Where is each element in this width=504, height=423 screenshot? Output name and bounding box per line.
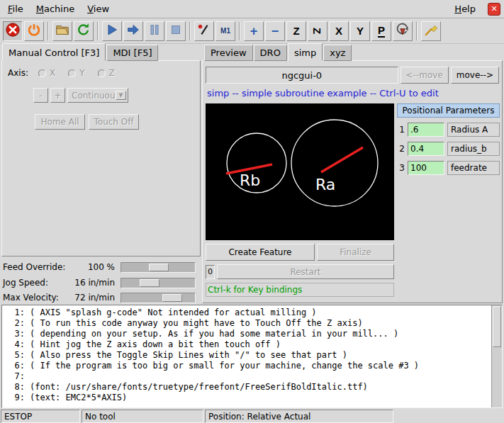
perspective-view-button[interactable]: P — [371, 21, 391, 41]
open-file-button[interactable] — [52, 21, 72, 41]
step-icon — [125, 22, 141, 40]
estop-button[interactable] — [3, 21, 23, 41]
power-icon — [26, 22, 42, 40]
toggle-optional-pause-button[interactable]: M1 — [215, 21, 235, 41]
jog-row: - + Continuous ▼ — [2, 78, 200, 103]
tab-xyz[interactable]: xyz — [323, 45, 352, 61]
toolbar-separator — [416, 22, 418, 40]
zoom-in-button[interactable]: + — [244, 21, 264, 41]
axis-window: File Machine View Help ✕ — [0, 0, 504, 423]
slider-handle[interactable] — [149, 264, 169, 271]
move-left-button[interactable]: <--move — [401, 67, 449, 84]
tab-dro[interactable]: DRO — [254, 45, 287, 61]
gcode-listing[interactable]: 1:( AXIS "splash g-code" Not intended fo… — [1, 305, 503, 408]
jog-minus-button[interactable]: - — [33, 88, 48, 103]
toolbar: M1 + − Z Z X Y P — [0, 18, 504, 44]
feature-buttons-row: Create Feature Finalize — [206, 244, 394, 261]
axis-radio-z[interactable]: Z — [98, 68, 115, 78]
perspective-view-icon: P — [378, 25, 385, 38]
parameter-name: feedrate — [447, 161, 500, 175]
control-panel: Manual Control [F3] MDI [F5] Axis: X Y — [0, 44, 202, 303]
optional-pause-icon: M1 — [220, 27, 230, 35]
touch-off-button[interactable]: Touch Off — [89, 114, 139, 130]
tab-preview[interactable]: Preview — [204, 45, 253, 61]
radio-icon — [68, 69, 76, 77]
feedrate-field[interactable]: 100 — [408, 161, 444, 175]
restart-button[interactable]: Restart — [217, 264, 394, 279]
slider-handle[interactable] — [162, 294, 182, 302]
axis-select-row: Axis: X Y Z — [2, 61, 200, 78]
broom-icon — [423, 22, 439, 40]
menubar: File Machine View Help ✕ — [0, 0, 504, 18]
feed-override-slider[interactable] — [121, 262, 196, 273]
radius-a-field[interactable]: .6 — [408, 123, 444, 137]
side-view-button[interactable]: Y — [350, 21, 370, 41]
max-velocity-value: 72 in/min — [74, 293, 115, 303]
menu-view[interactable]: View — [81, 1, 116, 17]
step-button[interactable] — [123, 21, 143, 41]
zoom-in-icon: + — [250, 25, 258, 38]
jog-speed-slider[interactable] — [121, 278, 196, 288]
radio-icon — [38, 69, 46, 77]
gcode-line: 1:( AXIS "splash g-code" Not intended fo… — [4, 308, 490, 318]
gcode-line: 5:( Also press the Toggle Skip Lines wit… — [4, 350, 490, 361]
menu-file[interactable]: File — [1, 1, 30, 17]
axis-radio-x-label: X — [50, 68, 55, 78]
jog-mode-select[interactable]: Continuous ▼ — [67, 88, 128, 103]
radius-b-field[interactable]: 0.4 — [408, 142, 444, 156]
axis-radio-y[interactable]: Y — [68, 68, 84, 78]
stop-button[interactable] — [166, 21, 186, 41]
gcode-line: 2:( To run this code anyway you might ha… — [4, 318, 490, 329]
slider-handle[interactable] — [140, 279, 159, 287]
side-view-icon: Y — [357, 26, 364, 36]
top-view-button[interactable]: Z — [286, 21, 306, 41]
move-right-button[interactable]: move--> — [451, 67, 499, 84]
statusbar-filler — [395, 410, 503, 423]
preview-drawing: Rb Ra — [206, 103, 394, 240]
parameter-name: radius_b — [447, 142, 500, 156]
main-area: Manual Control [F3] MDI [F5] Axis: X Y — [0, 44, 504, 303]
scrollbar-thumb[interactable] — [493, 306, 501, 347]
menu-machine[interactable]: Machine — [30, 1, 81, 17]
machine-state-status: ESTOP — [1, 410, 80, 423]
create-feature-button[interactable]: Create Feature — [206, 244, 315, 261]
rotate-view-button[interactable] — [393, 21, 413, 41]
tab-mdi[interactable]: MDI [F5] — [106, 45, 158, 61]
feed-override-label: Feed Override: — [3, 262, 65, 272]
zoom-out-button[interactable]: − — [265, 21, 285, 41]
close-icon[interactable]: ✕ — [488, 3, 500, 16]
reload-button[interactable] — [74, 21, 94, 41]
axis-radio-x[interactable]: X — [38, 68, 55, 78]
jog-mode-value: Continuous — [72, 91, 120, 101]
control-tabs: Manual Control [F3] MDI [F5] — [0, 44, 202, 61]
gcode-scrollbar[interactable] — [491, 305, 502, 407]
feed-override-value: 100 % — [88, 262, 115, 272]
chevron-down-icon: ▼ — [116, 91, 126, 100]
tab-simp[interactable]: simp — [288, 43, 323, 61]
axis-label: Axis: — [8, 68, 28, 78]
parameter-index: 3 — [397, 163, 405, 173]
stop-icon — [168, 22, 184, 40]
radius-b-label: Rb — [240, 171, 260, 189]
machine-power-button[interactable] — [24, 21, 44, 41]
jog-plus-button[interactable]: + — [50, 88, 65, 103]
restart-row: 0 Restart — [206, 264, 394, 279]
front-view-button[interactable]: X — [329, 21, 349, 41]
feature-count: 0 — [206, 265, 215, 279]
subroutine-preview-canvas[interactable]: Rb Ra — [206, 103, 394, 240]
finalize-button[interactable]: Finalize — [317, 244, 394, 261]
tool-status: No tool — [82, 410, 203, 423]
skip-lines-icon — [196, 22, 212, 40]
home-all-button[interactable]: Home All — [35, 114, 85, 130]
max-velocity-slider[interactable] — [121, 293, 196, 303]
run-button[interactable] — [102, 21, 122, 41]
clear-plot-button[interactable] — [421, 21, 441, 41]
toggle-skip-lines-button[interactable] — [194, 21, 214, 41]
rotated-top-view-icon: Z — [312, 28, 323, 34]
pause-button[interactable] — [145, 21, 164, 41]
rotated-top-view-button[interactable]: Z — [308, 21, 327, 41]
menu-help[interactable]: Help — [448, 1, 482, 17]
gcode-line: 4:( Hint jog the Z axis down a bit then … — [4, 339, 490, 350]
ngcgui-name-field[interactable]: ngcgui-0 — [206, 67, 398, 84]
tab-manual-control[interactable]: Manual Control [F3] — [2, 43, 106, 61]
